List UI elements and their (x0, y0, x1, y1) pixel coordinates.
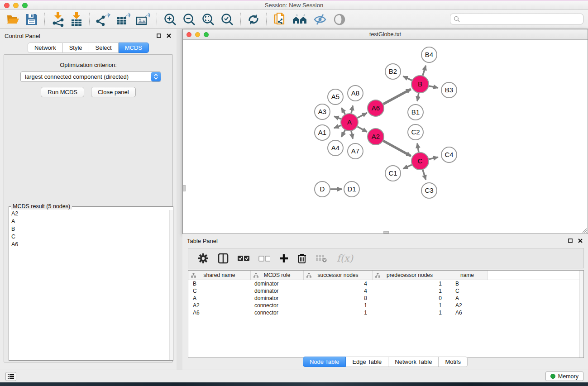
edge-C-C2[interactable] (417, 143, 419, 152)
save-session-button[interactable] (23, 12, 41, 27)
tab-mcds[interactable]: MCDS (119, 43, 149, 53)
edge-B-B3[interactable] (429, 86, 438, 88)
node-D1[interactable]: D1 (344, 181, 359, 197)
export-network-button[interactable] (93, 12, 113, 27)
node-A7[interactable]: A7 (348, 143, 363, 159)
edge-A-A8[interactable] (351, 105, 353, 113)
zoom-fit-button[interactable] (199, 12, 218, 27)
edge-A-A2[interactable] (358, 127, 367, 132)
mcds-result-item[interactable]: C (10, 233, 169, 241)
zoom-in-button[interactable] (161, 12, 180, 27)
memory-button[interactable]: Memory (545, 372, 583, 381)
tab-network[interactable]: Network (28, 43, 63, 53)
edge-A-A7[interactable] (351, 131, 353, 139)
edge-B-B4[interactable] (423, 66, 426, 76)
duplicate-network-button[interactable] (270, 11, 289, 28)
mcds-result-item[interactable]: B (10, 225, 169, 233)
edge-C-C1[interactable] (403, 165, 412, 169)
table-row[interactable]: Bdominator41B (188, 280, 583, 287)
node-C3[interactable]: C3 (421, 183, 437, 198)
table-scrollbar[interactable] (579, 271, 583, 357)
column-header-predecessor-nodes[interactable]: predecessor nodes (373, 271, 447, 280)
resize-grip[interactable] (581, 227, 587, 233)
show-details-button[interactable] (330, 13, 349, 26)
edge-A-A6[interactable] (358, 113, 367, 118)
node-C2[interactable]: C2 (408, 124, 423, 140)
select-all-button[interactable] (235, 254, 252, 262)
tab-network-table[interactable]: Network Table (388, 357, 439, 367)
column-header-MCDS-role[interactable]: MCDS role (251, 271, 304, 280)
edge-B-B2[interactable] (403, 76, 412, 81)
result-scrollbar[interactable] (169, 210, 173, 360)
refresh-layout-button[interactable] (244, 12, 263, 27)
edge-A-A5[interactable] (342, 108, 345, 114)
table-row[interactable]: Cdominator41C (188, 287, 583, 295)
close-panel-button[interactable] (166, 33, 172, 39)
node-D[interactable]: D (315, 181, 330, 197)
edge-C-C4[interactable] (429, 157, 438, 159)
tab-motifs[interactable]: Motifs (439, 357, 468, 367)
delete-table-button[interactable] (313, 253, 330, 263)
tab-select[interactable]: Select (89, 43, 119, 53)
horizontal-scroll-thumb[interactable] (383, 231, 389, 234)
network-canvas[interactable]: B4B2BB3A8A5A6A3B1AC2A1A2A4A7C4CC1DD1C3 (183, 40, 588, 234)
export-table-button[interactable] (113, 12, 133, 27)
node-C1[interactable]: C1 (385, 166, 401, 181)
close-panel-button-mcds[interactable]: Close panel (91, 87, 136, 97)
export-image-button[interactable] (133, 12, 153, 27)
task-history-button[interactable] (5, 372, 16, 381)
edge-A-A1[interactable] (334, 125, 341, 128)
node-A1[interactable]: A1 (315, 125, 330, 140)
close-table-panel-button[interactable] (577, 238, 583, 244)
node-A2[interactable]: A2 (368, 129, 384, 145)
edge-B-B1[interactable] (417, 93, 419, 101)
table-row[interactable]: Adominator80A (188, 295, 583, 302)
node-C[interactable]: C (411, 152, 429, 170)
node-B3[interactable]: B3 (441, 82, 457, 98)
mcds-result-item[interactable]: A2 (10, 210, 169, 218)
criterion-dropdown[interactable]: largest connected component (directed) (20, 71, 161, 82)
float-table-panel-button[interactable] (567, 238, 574, 244)
node-A5[interactable]: A5 (328, 89, 343, 105)
node-A4[interactable]: A4 (328, 140, 343, 156)
table-row[interactable]: A6connector11A6 (188, 309, 583, 316)
vertical-scroll-thumb[interactable] (183, 185, 186, 191)
column-header-shared-name[interactable]: shared name (188, 271, 251, 280)
column-header-successor-nodes[interactable]: successor nodes (304, 271, 373, 280)
import-table-button[interactable] (67, 11, 86, 28)
node-B2[interactable]: B2 (385, 64, 401, 79)
open-session-button[interactable] (4, 12, 23, 27)
edge-A-A3[interactable] (334, 116, 341, 119)
edge-C-C3[interactable] (423, 170, 426, 180)
node-B[interactable]: B (411, 76, 429, 93)
node-A6[interactable]: A6 (368, 100, 384, 116)
hide-details-button[interactable] (310, 13, 330, 26)
column-header-name[interactable]: name (447, 271, 488, 280)
home-button[interactable] (289, 13, 310, 26)
delete-row-button[interactable] (295, 253, 309, 264)
zoom-out-button[interactable] (180, 12, 199, 27)
deselect-all-button[interactable] (256, 254, 272, 262)
tab-node-table[interactable]: Node Table (303, 357, 346, 367)
add-row-button[interactable] (277, 253, 291, 264)
table-row[interactable]: A2connector11A2 (188, 302, 583, 309)
tab-edge-table[interactable]: Edge Table (346, 357, 388, 367)
edge-A6-B[interactable] (383, 89, 411, 104)
zoom-selected-button[interactable] (218, 12, 237, 27)
node-B1[interactable]: B1 (408, 105, 423, 120)
node-A8[interactable]: A8 (348, 86, 363, 101)
table-settings-button[interactable] (196, 252, 211, 265)
show-columns-button[interactable] (215, 252, 231, 265)
mcds-result-item[interactable]: A (10, 218, 169, 225)
node-C4[interactable]: C4 (441, 147, 457, 162)
import-network-button[interactable] (48, 11, 67, 28)
function-builder-button[interactable]: f(x) (334, 253, 353, 264)
node-B4[interactable]: B4 (421, 47, 437, 62)
edge-A2-C[interactable] (383, 141, 411, 156)
network-graph[interactable]: B4B2BB3A8A5A6A3B1AC2A1A2A4A7C4CC1DD1C3 (183, 40, 588, 234)
node-A[interactable]: A (341, 114, 358, 131)
float-panel-button[interactable] (156, 33, 162, 39)
tab-style[interactable]: Style (63, 43, 89, 53)
run-mcds-button[interactable]: Run MCDS (41, 87, 84, 97)
node-A3[interactable]: A3 (315, 104, 330, 119)
